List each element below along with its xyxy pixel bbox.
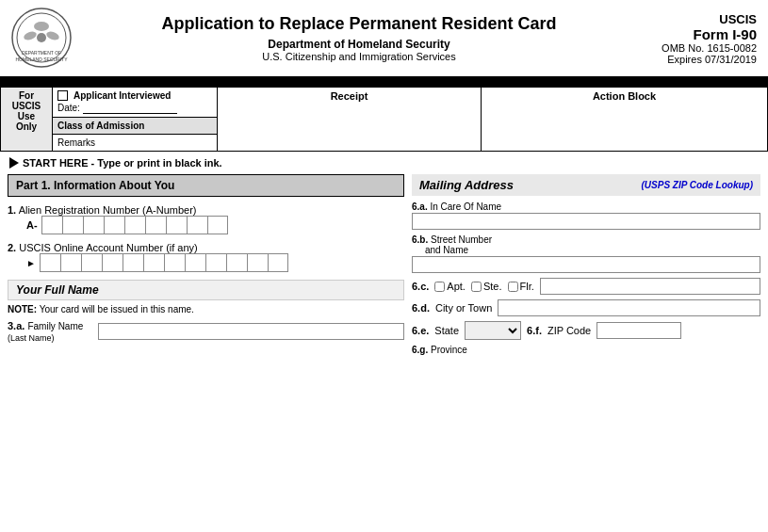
family-name-label: 3.a. Family Name(Last Name) (8, 320, 92, 343)
province-group: 6.g. Province (412, 345, 760, 355)
start-here-text: START HERE - Type or print in black ink. (23, 157, 222, 169)
street-number-input[interactable] (412, 256, 760, 273)
state-select[interactable]: AL AK AZ CA NY TX (465, 321, 521, 340)
ste-label: Ste. (483, 281, 502, 292)
city-label: City or Town (435, 302, 492, 314)
apt-label: Apt. (447, 281, 466, 292)
acct-3[interactable] (81, 253, 102, 272)
a-prefix: A- (26, 219, 38, 231)
acct-2[interactable] (60, 253, 81, 272)
account-number-label: 2. USCIS Online Account Number (if any) (8, 242, 404, 253)
flr-checkbox[interactable] (508, 282, 518, 292)
city-input[interactable] (498, 299, 760, 316)
svg-text:HOMELAND SECURITY: HOMELAND SECURITY (15, 56, 68, 62)
svg-point-3 (34, 22, 49, 31)
uscis-label: USCIS (634, 12, 757, 26)
province-label-num: 6.g. Province (412, 345, 760, 355)
decorative-bar (0, 79, 768, 87)
city-num: 6.d. (412, 302, 430, 314)
start-here-instruction: START HERE - Type or print in black ink. (0, 152, 768, 174)
a-number-row: A- (26, 216, 404, 234)
date-field: Date: (57, 103, 212, 114)
acct-5[interactable] (123, 253, 143, 272)
acct-1[interactable] (40, 253, 60, 272)
family-name-group: 3.a. Family Name(Last Name) (8, 320, 404, 343)
applicant-interviewed-cell: Applicant Interviewed Date: (53, 88, 218, 118)
uscis-use-only-table: ForUSCISUseOnly Applicant Interviewed Da… (0, 87, 768, 152)
svg-text:DEPARTMENT OF: DEPARTMENT OF (22, 50, 61, 56)
flr-checkbox-group[interactable]: Flr. (508, 281, 534, 292)
interviewed-checkbox[interactable] (57, 90, 68, 101)
digit-7[interactable] (166, 216, 187, 234)
digit-1[interactable] (41, 216, 62, 234)
acct-7[interactable] (164, 253, 185, 272)
acct-4[interactable] (102, 253, 123, 272)
interviewed-label: Applicant Interviewed (74, 90, 171, 101)
mailing-title: Mailing Address (419, 178, 514, 192)
digit-8[interactable] (187, 216, 207, 234)
a-number-input[interactable] (41, 216, 228, 234)
left-column: Part 1. Information About You 1. Alien R… (8, 174, 404, 360)
svg-point-5 (45, 30, 60, 41)
ste-checkbox[interactable] (471, 282, 482, 292)
right-column: Mailing Address (USPS ZIP Code Lookup) 6… (412, 174, 760, 360)
digit-3[interactable] (83, 216, 104, 234)
digit-6[interactable] (145, 216, 166, 234)
apt-checkbox[interactable] (434, 282, 445, 292)
acct-11[interactable] (247, 253, 268, 272)
family-name-input[interactable] (98, 323, 404, 340)
action-block-cell: Action Block (482, 88, 768, 152)
part1-header: Part 1. Information About You (8, 174, 404, 197)
a-number-group: 1. Alien Registration Number (A-Number) … (8, 204, 404, 234)
form-body: Part 1. Information About You 1. Alien R… (0, 174, 768, 360)
name-note: NOTE: Your card will be issued in this n… (8, 304, 404, 314)
state-zip-group: 6.e. State AL AK AZ CA NY TX 6.f. ZIP Co… (412, 321, 760, 340)
care-of-name-input[interactable] (412, 213, 760, 230)
state-label: State (434, 325, 459, 336)
omb-number: OMB No. 1615-0082 (634, 42, 757, 54)
city-group: 6.d. City or Town (412, 299, 760, 316)
flr-label: Flr. (520, 281, 534, 292)
svg-point-2 (37, 33, 46, 42)
for-uscis-label: ForUSCISUseOnly (1, 88, 53, 152)
zip-num: 6.f. (527, 325, 542, 336)
expiry-date: Expires 07/31/2019 (634, 54, 757, 65)
form-number: Form I-90 (634, 26, 757, 42)
street-number-group: 6.b. Street Number and Name (412, 234, 760, 273)
receipt-cell: Receipt (218, 88, 482, 152)
usps-link[interactable]: (USPS ZIP Code Lookup) (641, 180, 753, 190)
acct-6[interactable] (143, 253, 164, 272)
svg-point-4 (23, 30, 38, 41)
remarks-cell: Remarks (53, 135, 218, 152)
digit-4[interactable] (104, 216, 124, 234)
ste-checkbox-group[interactable]: Ste. (471, 281, 502, 292)
account-number-row: ► (26, 253, 404, 272)
apt-number-input[interactable] (540, 278, 760, 295)
form-info: USCIS Form I-90 OMB No. 1615-0082 Expire… (634, 12, 757, 65)
start-triangle-icon (9, 157, 19, 169)
state-num: 6.e. (412, 325, 429, 336)
digit-9[interactable] (207, 216, 228, 234)
account-number-input[interactable] (40, 253, 288, 272)
acct-8[interactable] (185, 253, 205, 272)
acct-9[interactable] (205, 253, 226, 272)
agency-name: U.S. Citizenship and Immigration Service… (84, 51, 634, 62)
digit-5[interactable] (124, 216, 145, 234)
zip-label: ZIP Code (547, 325, 591, 336)
mailing-address-header: Mailing Address (USPS ZIP Code Lookup) (412, 174, 760, 196)
apt-checkbox-group[interactable]: Apt. (434, 281, 466, 292)
digit-2[interactable] (62, 216, 83, 234)
dept-name: Department of Homeland Security (84, 38, 634, 51)
class-of-admission-cell: Class of Admission (53, 118, 218, 135)
header-center: Application to Replace Permanent Residen… (84, 14, 634, 62)
zip-input[interactable] (596, 322, 681, 339)
acct-10[interactable] (226, 253, 247, 272)
page-header: DEPARTMENT OF HOMELAND SECURITY Applicat… (0, 0, 768, 79)
care-of-name-group: 6.a. In Care Of Name (412, 202, 760, 230)
your-full-name-header: Your Full Name (8, 280, 404, 300)
acct-12[interactable] (268, 253, 288, 272)
uscis-logo: DEPARTMENT OF HOMELAND SECURITY (11, 8, 73, 69)
apt-ste-flr-group: 6.c. Apt. Ste. Flr. (412, 278, 760, 295)
apt-num: 6.c. (412, 281, 429, 292)
account-arrow: ► (26, 258, 36, 268)
